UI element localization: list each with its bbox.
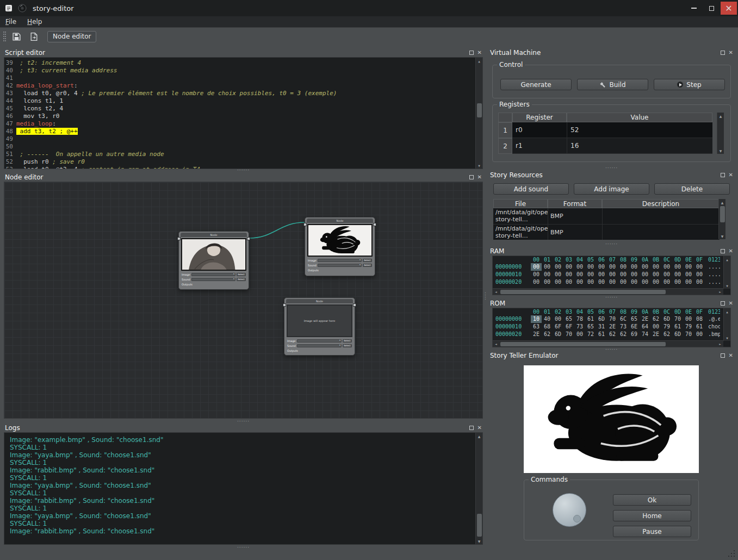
splitter-handle[interactable] — [3, 169, 484, 172]
ram-hex-view[interactable]: 000102030405060708090A0B0C0D0E0F01234567… — [492, 256, 731, 295]
delete-button[interactable]: Delete — [654, 183, 730, 195]
node-connection[interactable] — [249, 222, 305, 238]
media-node[interactable]: Node ImageSelect SoundSelect Outputs — [178, 231, 249, 290]
table-row[interactable]: /mnt/data/git/open-story-tell…BMP — [493, 225, 720, 240]
rom-hex-view[interactable]: 000102030405060708090A0B0C0D0E0F01234567… — [492, 308, 731, 347]
hex-byte[interactable]: 6F — [553, 323, 563, 331]
close-icon[interactable]: ✕ — [477, 425, 482, 431]
logs-scrollbar[interactable]: ▲ ▼ — [475, 433, 482, 544]
hex-byte[interactable]: 10 — [531, 315, 542, 323]
ram-titlebar[interactable]: RAM ✕ — [488, 246, 735, 256]
column-header[interactable]: Description — [602, 199, 720, 208]
hex-byte[interactable]: 00 — [531, 271, 542, 278]
splitter-handle[interactable] — [488, 242, 735, 246]
node-editor-titlebar[interactable]: Node editor ✕ — [3, 172, 484, 182]
code-line[interactable]: 41 — [4, 74, 482, 82]
code-line[interactable]: 50 — [4, 143, 482, 151]
close-icon[interactable]: ✕ — [729, 301, 733, 306]
registers-scrollbar[interactable]: ▲ ▼ — [717, 113, 724, 154]
hex-byte[interactable]: 00 — [672, 263, 683, 271]
select-sound-button[interactable]: Select — [237, 278, 246, 281]
close-icon[interactable]: ✕ — [729, 172, 733, 178]
column-header[interactable]: Register — [512, 113, 567, 122]
hex-byte[interactable]: 00 — [531, 263, 542, 271]
hex-byte[interactable]: 79 — [661, 323, 672, 331]
add-image-button[interactable]: Add image — [574, 183, 649, 195]
hex-byte[interactable]: 00 — [596, 278, 607, 286]
scroll-right-icon[interactable]: ► — [717, 342, 723, 346]
export-file-button[interactable] — [27, 29, 41, 43]
hex-byte[interactable]: 00 — [629, 278, 640, 286]
hex-row[interactable]: 0000001000000000000000000000000000000000… — [493, 271, 730, 278]
hex-byte[interactable]: 61 — [596, 331, 607, 338]
code-line[interactable]: 51 ; ------ On appelle un autre media no… — [4, 151, 482, 158]
code-line[interactable]: 40 ; t3: current media address — [4, 67, 482, 74]
hex-byte[interactable]: 00 — [542, 278, 553, 286]
image-combo[interactable] — [191, 273, 235, 276]
hex-byte[interactable]: 00 — [629, 263, 640, 271]
hex-byte[interactable]: 00 — [650, 323, 661, 331]
float-icon[interactable] — [469, 426, 474, 430]
hex-byte[interactable]: 00 — [553, 278, 563, 286]
ram-horizontal-scrollbar[interactable]: ◄ ► — [493, 288, 723, 295]
sound-combo[interactable] — [297, 344, 342, 347]
hex-byte[interactable]: 68 — [542, 323, 553, 331]
code-line[interactable]: 49 — [4, 135, 482, 143]
close-icon[interactable]: ✕ — [729, 248, 733, 254]
hex-byte[interactable]: 00 — [694, 271, 705, 278]
hex-byte[interactable]: 73 — [574, 323, 585, 331]
pause-button[interactable]: Pause — [613, 526, 691, 537]
scroll-up-icon[interactable]: ▲ — [724, 308, 730, 315]
hex-byte[interactable]: 00 — [694, 331, 705, 338]
hex-byte[interactable]: 65 — [629, 315, 640, 323]
scroll-left-icon[interactable]: ◄ — [493, 342, 499, 346]
code-line[interactable]: 44 lcons t1, 1 — [4, 97, 482, 105]
hex-byte[interactable]: 00 — [563, 271, 574, 278]
minimize-button[interactable] — [686, 2, 702, 15]
select-image-button[interactable]: Select — [343, 339, 352, 343]
column-header[interactable]: Format — [548, 199, 602, 208]
input-port[interactable] — [283, 303, 286, 307]
scroll-up-icon[interactable]: ▲ — [476, 433, 482, 439]
rom-vertical-scrollbar[interactable]: ▲ ▼ — [723, 308, 730, 341]
hex-byte[interactable]: 6D — [661, 315, 672, 323]
hex-byte[interactable]: 00 — [542, 271, 553, 278]
output-port[interactable] — [373, 223, 376, 226]
resize-grip[interactable] — [734, 556, 735, 557]
code-line[interactable]: 43 load t0, @r0, 4 ; Le premier élément … — [4, 90, 482, 97]
script-editor-content[interactable]: 39 ; t2: increment 440 ; t3: current med… — [4, 57, 483, 169]
hex-byte[interactable]: 00 — [585, 278, 596, 286]
hex-byte[interactable]: 70 — [607, 315, 618, 323]
hex-byte[interactable]: 00 — [640, 278, 650, 286]
hex-byte[interactable]: 00 — [553, 271, 563, 278]
hex-byte[interactable]: 00 — [629, 271, 640, 278]
hex-byte[interactable]: 62 — [542, 331, 553, 338]
save-button[interactable] — [9, 29, 23, 43]
hex-byte[interactable]: 62 — [618, 331, 629, 338]
hex-row[interactable]: 0000001063686F6F7365312E736E640079617961… — [493, 323, 730, 331]
menu-item-help[interactable]: Help — [22, 18, 47, 26]
sound-combo[interactable] — [318, 264, 362, 267]
hex-byte[interactable]: 00 — [574, 278, 585, 286]
hex-byte[interactable]: 00 — [607, 278, 618, 286]
code-line[interactable]: 48 add t3, t2 ; @++ — [4, 128, 482, 135]
hex-byte[interactable]: 6F — [563, 323, 574, 331]
hex-byte[interactable]: 00 — [607, 271, 618, 278]
scroll-right-icon[interactable]: ► — [717, 290, 723, 294]
scroll-up-icon[interactable]: ▲ — [476, 58, 482, 64]
input-port[interactable] — [303, 223, 307, 226]
hex-byte[interactable]: 6E — [629, 323, 640, 331]
hex-byte[interactable]: 73 — [618, 323, 629, 331]
script-editor-scrollbar[interactable]: ▲ ▼ — [475, 58, 482, 169]
hex-byte[interactable]: 00 — [618, 263, 629, 271]
node-editor-toggle-button[interactable]: Node editor — [47, 31, 96, 42]
hex-byte[interactable]: 61 — [672, 323, 683, 331]
table-row[interactable]: 1r052 — [498, 122, 720, 138]
node-title[interactable]: Node — [181, 233, 247, 237]
close-button[interactable]: ✕ — [721, 2, 737, 15]
hex-byte[interactable]: 00 — [563, 263, 574, 271]
hex-byte[interactable]: 72 — [585, 331, 596, 338]
hex-byte[interactable]: 70 — [563, 331, 574, 338]
hex-byte[interactable]: 00 — [618, 278, 629, 286]
hex-byte[interactable]: 00 — [596, 271, 607, 278]
